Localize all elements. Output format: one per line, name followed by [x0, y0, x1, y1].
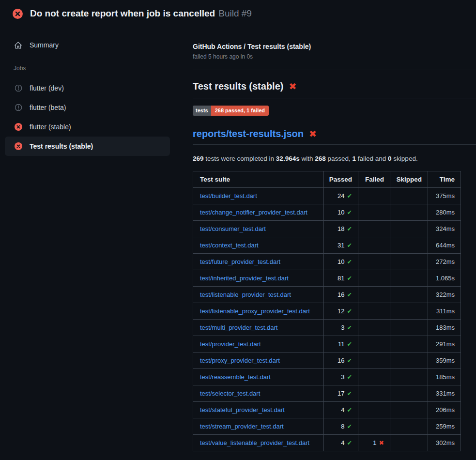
- sidebar-item-flutter-stable[interactable]: flutter (stable): [0, 117, 189, 137]
- suite-cell: test/multi_provider_test.dart: [193, 320, 324, 336]
- check-icon: ✔: [347, 275, 352, 282]
- skipped-cell: [390, 418, 428, 435]
- cancelled-icon: [14, 104, 22, 112]
- passed-cell: 24✔: [324, 188, 358, 204]
- failed-cell: ✖: [358, 303, 390, 320]
- table-header-row: Test suite Passed Failed Skipped Time: [193, 171, 461, 188]
- time-cell: 206ms: [428, 402, 461, 418]
- tests-status-badge: tests 268 passed, 1 failed: [193, 106, 269, 116]
- time-value: 206ms: [436, 406, 455, 414]
- failed-cell: ✖: [358, 336, 390, 353]
- suite-cell: test/inherited_provider_test.dart: [193, 270, 324, 287]
- suite-link[interactable]: test/inherited_provider_test.dart: [200, 275, 289, 282]
- passed-value: 18: [338, 225, 344, 232]
- failed-cell: ✖: [358, 270, 390, 287]
- passed-cell: 81✔: [324, 270, 358, 287]
- section-title: Test results (stable): [193, 81, 283, 92]
- sidebar-item-flutter-dev[interactable]: flutter (dev): [0, 78, 189, 98]
- suite-link[interactable]: test/listenable_proxy_provider_test.dart: [200, 307, 310, 315]
- passed-value: 17: [338, 390, 344, 397]
- failed-cross-icon: ✖: [289, 81, 296, 92]
- passed-value: 3: [341, 324, 344, 331]
- passed-cell: 12✔: [324, 303, 358, 320]
- report-title-link[interactable]: reports/test-results.json: [193, 128, 304, 139]
- passed-value: 24: [338, 192, 344, 199]
- sidebar-item-label: Test results (stable): [30, 142, 93, 150]
- suite-cell: test/value_listenable_provider_test.dart: [193, 435, 324, 451]
- time-value: 311ms: [436, 307, 455, 315]
- sidebar-item-flutter-beta[interactable]: flutter (beta): [0, 98, 189, 117]
- header-skipped: Skipped: [390, 171, 428, 188]
- sidebar: Summary Jobs flutter (dev) flutter (beta…: [0, 27, 189, 156]
- suite-link[interactable]: test/reassemble_test.dart: [200, 373, 271, 381]
- passed-cell: 4✔: [324, 402, 358, 418]
- suite-link[interactable]: test/consumer_test.dart: [200, 225, 266, 232]
- passed-value: 16: [338, 357, 344, 364]
- time-value: 272ms: [436, 258, 455, 265]
- suite-link[interactable]: test/context_test.dart: [200, 242, 259, 249]
- suite-cell: test/listenable_provider_test.dart: [193, 287, 324, 303]
- table-row: test/selector_test.dart 17✔ ✖ 331ms: [193, 385, 461, 402]
- time-cell: 185ms: [428, 369, 461, 385]
- suite-link[interactable]: test/stream_provider_test.dart: [200, 423, 284, 430]
- skipped-cell: [390, 188, 428, 204]
- failed-cell: ✖: [358, 188, 390, 204]
- suite-link[interactable]: test/builder_test.dart: [200, 192, 257, 199]
- passed-cell: 3✔: [324, 320, 358, 336]
- sidebar-item-label: flutter (dev): [30, 84, 64, 92]
- time-value: 259ms: [436, 423, 455, 430]
- time-cell: 183ms: [428, 320, 461, 336]
- table-row: test/stateful_provider_test.dart 4✔ ✖ 20…: [193, 402, 461, 418]
- suite-cell: test/future_provider_test.dart: [193, 254, 324, 270]
- time-cell: 291ms: [428, 336, 461, 353]
- suite-link[interactable]: test/listenable_provider_test.dart: [200, 291, 291, 298]
- failed-cell: ✖: [358, 402, 390, 418]
- passed-cell: 17✔: [324, 385, 358, 402]
- suite-link[interactable]: test/change_notifier_provider_test.dart: [200, 209, 307, 216]
- table-row: test/listenable_provider_test.dart 16✔ ✖…: [193, 287, 461, 303]
- suite-link[interactable]: test/provider_test.dart: [200, 340, 261, 348]
- skipped-cell: [390, 435, 428, 451]
- failed-cell: ✖: [358, 418, 390, 435]
- time-cell: 324ms: [428, 221, 461, 237]
- failed-cross-icon: ✖: [309, 128, 317, 139]
- passed-cell: 10✔: [324, 204, 358, 221]
- failed-value: 1: [373, 439, 376, 446]
- skipped-cell: [390, 320, 428, 336]
- failed-icon: [14, 123, 22, 131]
- sidebar-item-summary[interactable]: Summary: [0, 35, 189, 55]
- passed-value: 31: [338, 242, 344, 249]
- job-header-block: GitHub Actions / Test results (stable) f…: [193, 27, 476, 70]
- sidebar-item-test-results-stable[interactable]: Test results (stable): [5, 137, 170, 156]
- check-icon: ✔: [347, 341, 352, 348]
- suite-link[interactable]: test/proxy_provider_test.dart: [200, 357, 280, 364]
- skipped-cell: [390, 402, 428, 418]
- check-icon: ✔: [347, 242, 352, 249]
- skipped-cell: [390, 270, 428, 287]
- time-cell: 259ms: [428, 418, 461, 435]
- table-row: test/stream_provider_test.dart 8✔ ✖ 259m…: [193, 418, 461, 435]
- suite-link[interactable]: test/multi_provider_test.dart: [200, 324, 277, 331]
- suite-link[interactable]: test/stateful_provider_test.dart: [200, 406, 285, 414]
- failed-cell: ✖: [358, 385, 390, 402]
- skipped-cell: [390, 287, 428, 303]
- report-title-row: reports/test-results.json ✖: [193, 128, 476, 145]
- suite-link[interactable]: test/value_listenable_provider_test.dart: [200, 439, 309, 446]
- time-value: 291ms: [436, 340, 455, 348]
- passed-cell: 31✔: [324, 237, 358, 254]
- suite-link[interactable]: test/future_provider_test.dart: [200, 258, 280, 265]
- jobs-section-label: Jobs: [14, 65, 189, 72]
- results-table-body: test/builder_test.dart 24✔ ✖ 375ms test/…: [193, 188, 461, 451]
- suite-link[interactable]: test/selector_test.dart: [200, 390, 260, 397]
- suite-cell: test/change_notifier_provider_test.dart: [193, 204, 324, 221]
- time-value: 359ms: [436, 357, 455, 364]
- check-icon: ✔: [347, 259, 352, 265]
- time-value: 644ms: [436, 242, 455, 249]
- time-value: 324ms: [436, 225, 455, 232]
- time-cell: 331ms: [428, 385, 461, 402]
- time-value: 322ms: [436, 291, 455, 298]
- skipped-cell: [390, 221, 428, 237]
- failed-cell: ✖: [358, 204, 390, 221]
- table-row: test/builder_test.dart 24✔ ✖ 375ms: [193, 188, 461, 204]
- suite-cell: test/selector_test.dart: [193, 385, 324, 402]
